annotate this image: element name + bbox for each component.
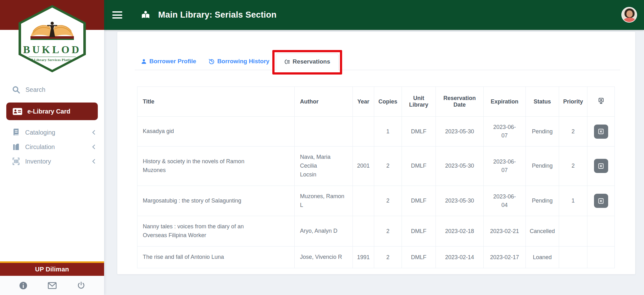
reservations-table: Title Author Year Copies Unit Library Re… [137,86,615,268]
col-status: Status [526,87,559,117]
table-row: History & society in the novels of Ramon… [137,147,615,186]
mail-button[interactable] [48,282,57,289]
cell-copies: 2 [374,186,402,216]
buklod-logo: BUKLOD UP Library Services Platform [19,5,86,72]
sidebar-item-cataloging[interactable]: Cataloging [0,125,104,140]
cell-copies: 2 [374,216,402,247]
power-button[interactable] [77,281,85,290]
cell-expiration: 2023-06- 04 [484,186,526,216]
cell-actions [587,147,615,186]
cell-title: The rise and fall of Antonio Luna [137,247,295,268]
hamburger-menu-button[interactable] [112,11,122,19]
cancel-x-icon [598,198,604,204]
main-content: Borrower Profile Borrowing History [104,30,644,295]
cell-priority [559,216,587,247]
cell-author: Nava, Maria Cecilia Locsin [295,147,353,186]
cell-reservation-date: 2023-02-14 [436,247,484,268]
col-copies: Copies [374,87,402,117]
cell-author: Aryo, Analyn D [295,216,353,247]
list-icon [284,59,290,64]
cell-year: 1991 [353,247,374,268]
cell-status: Pending [526,117,559,147]
sidebar-item-circulation[interactable]: Circulation [0,140,104,154]
col-author: Author [295,87,353,117]
id-card-icon [13,108,22,115]
sidebar-item-inventory[interactable]: Inventory [0,154,104,169]
power-icon [77,281,85,290]
cell-actions [587,216,615,247]
sidebar-footer: UP Diliman [0,261,104,295]
book-open-icon [12,143,20,151]
sidebar-item-label: e-Library Card [27,108,90,115]
cancel-reservation-button[interactable] [594,194,608,208]
cell-priority: 2 [559,147,587,186]
search-icon [12,86,20,94]
mail-icon [48,282,57,289]
cell-expiration: 2023-06- 07 [484,117,526,147]
logo-title: BUKLOD [23,45,81,55]
col-expiration: Expiration [484,87,526,117]
cell-status: Pending [526,147,559,186]
app-window: BUKLOD UP Library Services Platform Sear… [0,0,644,295]
tab-reservations[interactable]: Reservations [276,53,339,70]
table-row: The rise and fall of Antonio Luna Jose, … [137,247,615,268]
table-row: Margosatubig : the story of Salagunting … [137,186,615,216]
tab-borrower-profile[interactable]: Borrower Profile [135,53,203,70]
cell-expiration: 2023-06- 07 [484,147,526,186]
footer-icon-row [0,276,104,295]
person-icon [141,59,147,64]
cell-priority: 1 [559,186,587,216]
history-icon [209,58,214,64]
cell-unit-library: DMLF [402,147,436,186]
cell-title: Kasadya gid [137,117,295,147]
col-year: Year [353,87,374,117]
user-avatar[interactable] [621,7,637,23]
sidebar-item-label: Inventory [25,158,92,165]
tab-borrowing-history[interactable]: Borrowing History [203,53,276,70]
cell-author: Muzones, Ramon L [295,186,353,216]
col-priority: Priority [559,87,587,117]
cancel-x-icon [598,128,604,135]
cell-reservation-date: 2023-05-30 [436,147,484,186]
top-header: Main Library: Serials Section [104,0,644,30]
cell-reservation-date: 2023-05-30 [436,186,484,216]
chevron-left-icon [92,144,96,150]
col-actions [587,87,615,117]
cancel-reservation-button[interactable] [594,159,608,173]
cell-expiration: 2023-02-17 [484,247,526,268]
chevron-left-icon [92,159,96,164]
book-icon [12,128,20,136]
sidebar-item-elibrary-card[interactable]: e-Library Card [6,103,98,120]
cell-unit-library: DMLF [402,117,436,147]
cell-reservation-date: 2023-05-30 [436,117,484,147]
cell-year: 2001 [353,147,374,186]
cell-copies: 2 [374,247,402,268]
tab-bar: Borrower Profile Borrowing History [135,53,620,70]
cell-priority: 2 [559,117,587,147]
cell-actions [587,247,615,268]
cell-title: History & society in the novels of Ramon… [137,147,295,186]
sidebar-item-search[interactable]: Search [0,82,104,97]
content-card: Borrower Profile Borrowing History [117,32,635,274]
cell-status: Pending [526,186,559,216]
col-unit-library: Unit Library [402,87,436,117]
cell-author [295,117,353,147]
page-title: Main Library: Serials Section [158,10,276,20]
cancel-reservation-button[interactable] [594,125,608,139]
cell-actions [587,186,615,216]
col-title: Title [137,87,295,117]
chevron-left-icon [92,130,96,135]
table-header-row: Title Author Year Copies Unit Library Re… [137,87,615,117]
cell-copies: 1 [374,117,402,147]
sidebar-item-label: Cataloging [25,129,92,136]
sidebar: BUKLOD UP Library Services Platform Sear… [0,0,104,295]
reservations-table-container: Title Author Year Copies Unit Library Re… [137,86,620,268]
cell-actions [587,117,615,147]
tab-label: Reservations [293,58,330,65]
sidebar-item-label: Circulation [25,143,92,151]
cell-reservation-date: 2023-02-18 [436,216,484,247]
table-row: Nanny tales : voices from the diary of a… [137,216,615,247]
info-button[interactable] [19,281,27,290]
logo-subtitle: UP Library Services Platform [28,58,76,62]
cell-unit-library: DMLF [402,216,436,247]
